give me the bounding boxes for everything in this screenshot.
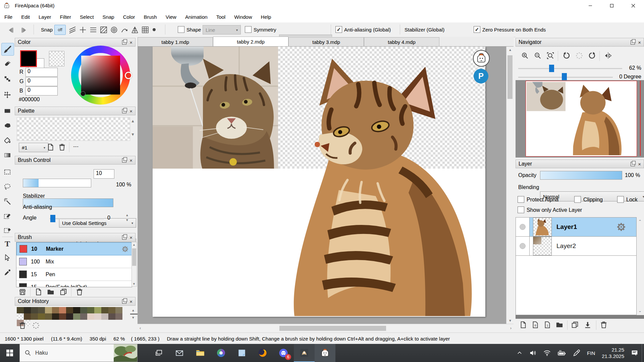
protect-alpha-checkbox[interactable] xyxy=(518,196,524,203)
gear-icon[interactable] xyxy=(121,245,129,253)
scroll-up-icon[interactable]: ⌃ xyxy=(638,219,642,224)
layer-folder-icon[interactable] xyxy=(556,321,563,328)
snap-grid-icon[interactable] xyxy=(141,25,150,34)
photos-app-icon[interactable] xyxy=(211,344,231,362)
tab-tabby3[interactable]: tabby 3.mdp xyxy=(288,37,364,46)
tab-tabby2[interactable]: tabby 2.mdp xyxy=(213,37,288,46)
mail-app-icon[interactable] xyxy=(169,344,190,362)
stabilizer-setting-select[interactable]: Use Global Settings▾ xyxy=(59,218,136,228)
brush-item-marker[interactable]: 10 Marker xyxy=(16,242,132,255)
snap-off-button[interactable]: off xyxy=(54,25,66,35)
brush-list-scrollbar[interactable]: ▲ ▼ xyxy=(131,242,137,287)
snap-point-icon[interactable] xyxy=(153,28,156,31)
new-8bit-layer-icon[interactable] xyxy=(532,321,539,328)
g-input[interactable]: 0 xyxy=(25,77,58,86)
anti-aliasing-checkbox[interactable]: ✓ xyxy=(335,26,342,33)
rotate-right-icon[interactable] xyxy=(587,50,597,61)
brush-size-slider[interactable] xyxy=(23,179,91,187)
float-panel-icon[interactable] xyxy=(631,40,635,45)
eraser-tool[interactable] xyxy=(2,58,12,68)
text-tool[interactable]: T xyxy=(2,239,12,249)
new-1bit-layer-icon[interactable] xyxy=(544,321,551,328)
gradient-tool[interactable] xyxy=(2,150,12,160)
fill-polygon-tool[interactable] xyxy=(2,121,12,131)
show-desktop-button[interactable] xyxy=(642,344,644,362)
shape-checkbox[interactable] xyxy=(178,26,184,33)
zoom-out-icon[interactable] xyxy=(532,50,543,61)
canvas-viewport[interactable]: P xyxy=(138,47,506,324)
scrollbar-thumb[interactable] xyxy=(279,326,386,331)
transparent-color-swatch[interactable] xyxy=(49,51,64,66)
minimize-button[interactable] xyxy=(580,0,601,11)
taskbar-search[interactable]: Haku xyxy=(19,344,138,362)
brush-tool[interactable] xyxy=(1,43,14,56)
palette-set-select[interactable]: #1▾ xyxy=(19,143,48,152)
menu-help[interactable]: Help xyxy=(257,11,276,22)
palette-swatch-area[interactable] xyxy=(17,117,130,141)
menu-color[interactable]: Color xyxy=(119,11,140,22)
scroll-right-icon[interactable]: › xyxy=(510,325,512,330)
sv-selector[interactable] xyxy=(80,91,86,96)
brush-item-mix[interactable]: 100 Mix xyxy=(16,255,132,268)
task-view-button[interactable] xyxy=(148,344,169,362)
volume-icon[interactable] xyxy=(526,344,540,362)
brush-panel-header[interactable]: Brush × xyxy=(15,233,136,242)
snap-curve-icon[interactable] xyxy=(120,25,129,34)
menu-view[interactable]: View xyxy=(161,11,181,22)
navigator-thumbnail-area[interactable] xyxy=(516,80,644,158)
rotation-slider-handle[interactable] xyxy=(562,73,567,80)
snap-concentric-icon[interactable] xyxy=(109,25,118,34)
snap-perspective-icon[interactable] xyxy=(130,25,139,34)
clock[interactable]: 21.25 21.3.2025 xyxy=(598,347,628,359)
layer-list-scrollbar[interactable]: ⌃ ⌄ xyxy=(637,217,644,315)
close-icon[interactable]: × xyxy=(129,41,132,44)
close-icon[interactable]: × xyxy=(129,236,132,239)
horizontal-scrollbar[interactable]: ‹ › xyxy=(138,324,514,333)
scroll-down-icon[interactable]: ▼ xyxy=(131,316,135,319)
new-brush-icon[interactable] xyxy=(35,288,42,296)
menu-brush[interactable]: Brush xyxy=(140,11,161,22)
r-input[interactable]: 0 xyxy=(25,68,58,77)
search-highlight-image[interactable] xyxy=(114,344,137,362)
move-tool[interactable] xyxy=(2,90,12,100)
float-panel-icon[interactable] xyxy=(122,40,126,45)
lasso-tool[interactable] xyxy=(2,182,12,192)
tray-chevron-icon[interactable] xyxy=(513,344,526,362)
layer2-thumbnail[interactable] xyxy=(533,237,552,255)
scroll-down-icon[interactable]: ▼ xyxy=(508,319,512,322)
foreground-color-swatch[interactable] xyxy=(20,50,37,67)
b-input[interactable]: 0 xyxy=(25,86,58,96)
spin-down-icon[interactable]: ▼ xyxy=(125,218,129,222)
brush-folder-icon[interactable] xyxy=(47,288,54,296)
maximize-button[interactable] xyxy=(601,0,623,11)
float-panel-icon[interactable] xyxy=(122,158,126,163)
rotate-left-icon[interactable] xyxy=(561,50,572,61)
action-center-icon[interactable] xyxy=(628,344,642,362)
menu-snap[interactable]: Snap xyxy=(98,11,119,22)
menu-filter[interactable]: Filter xyxy=(56,11,75,22)
zoom-slider-track[interactable] xyxy=(518,68,622,69)
close-icon[interactable]: × xyxy=(129,300,132,303)
palette-panel-header[interactable]: Palette × xyxy=(15,107,136,115)
layer-row-2[interactable]: Layer2 xyxy=(516,237,636,256)
navigator-panel-header[interactable]: Navigator × xyxy=(516,38,644,47)
menu-layer[interactable]: Layer xyxy=(34,11,56,22)
firefox-icon[interactable] xyxy=(252,344,273,362)
new-palette-icon[interactable] xyxy=(47,143,54,151)
vertical-scrollbar[interactable]: ▲ ▼ xyxy=(506,47,514,324)
layer1-thumbnail[interactable] xyxy=(533,218,552,236)
layer-visibility-toggle[interactable] xyxy=(516,218,530,236)
scroll-down-icon[interactable]: ▼ xyxy=(131,132,135,137)
layer-visibility-toggle[interactable] xyxy=(516,237,530,255)
fill-rect-tool[interactable] xyxy=(2,106,12,116)
close-icon[interactable]: × xyxy=(638,41,641,44)
brush-control-panel-header[interactable]: Brush Control × xyxy=(15,156,136,165)
opacity-slider[interactable] xyxy=(540,171,622,180)
navigator-thumbnail[interactable] xyxy=(526,81,637,157)
symmetry-checkbox[interactable] xyxy=(245,26,252,33)
angle-slider-track[interactable] xyxy=(50,218,104,219)
clipping-checkbox[interactable] xyxy=(574,196,581,203)
menu-select[interactable]: Select xyxy=(75,11,98,22)
snap-hatch-icon[interactable] xyxy=(99,25,108,34)
document-canvas[interactable] xyxy=(153,47,485,317)
